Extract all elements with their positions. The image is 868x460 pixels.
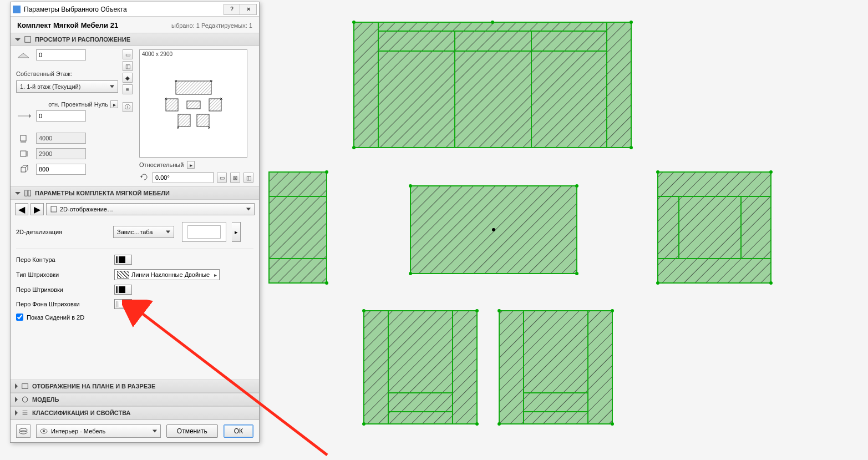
svg-point-25 bbox=[575, 272, 578, 275]
svg-rect-17 bbox=[269, 172, 327, 196]
page-dropdown[interactable]: 2D-отображение… bbox=[46, 203, 255, 215]
preview-mode-side[interactable]: ≡ bbox=[123, 84, 133, 94]
armchair-left bbox=[269, 170, 328, 285]
relative-flyout[interactable]: ▸ bbox=[187, 161, 195, 169]
svg-line-70 bbox=[26, 170, 28, 172]
svg-rect-65 bbox=[21, 168, 26, 172]
svg-marker-78 bbox=[140, 176, 143, 178]
elevation-top-input[interactable] bbox=[36, 49, 86, 60]
chevron-down-icon bbox=[15, 192, 21, 195]
section-model-header[interactable]: МОДЕЛЬ bbox=[11, 393, 259, 406]
svg-rect-10 bbox=[531, 51, 607, 148]
svg-point-90 bbox=[43, 430, 45, 432]
preview-mode-axon[interactable]: ◫ bbox=[123, 61, 133, 71]
hatch-pen-picker[interactable] bbox=[114, 285, 132, 295]
svg-point-26 bbox=[492, 228, 495, 231]
svg-rect-51 bbox=[524, 412, 588, 424]
object-preview[interactable]: 4000 x 2900 bbox=[139, 49, 247, 158]
section-preview-header[interactable]: ПРОСМОТР И РАСПОЛОЖЕНИЕ bbox=[11, 33, 259, 46]
svg-point-19 bbox=[325, 170, 328, 174]
svg-line-66 bbox=[21, 165, 23, 168]
svg-rect-61 bbox=[21, 135, 26, 141]
chevron-right-icon bbox=[15, 397, 18, 402]
angle-input[interactable] bbox=[153, 172, 214, 183]
svg-rect-28 bbox=[658, 172, 771, 196]
mirror-y-button[interactable]: ◫ bbox=[243, 173, 253, 183]
dim-y-input[interactable] bbox=[36, 148, 86, 159]
dim-x-icon bbox=[16, 133, 33, 144]
svg-point-35 bbox=[656, 281, 659, 285]
chevron-right-icon bbox=[15, 383, 18, 389]
svg-rect-32 bbox=[679, 196, 741, 259]
eye-icon bbox=[40, 428, 48, 434]
svg-point-88 bbox=[19, 431, 27, 434]
own-floor-dropdown[interactable]: 1. 1-й этаж (Текущий) bbox=[16, 80, 118, 93]
svg-point-23 bbox=[575, 184, 578, 188]
svg-rect-42 bbox=[388, 311, 453, 393]
page-prev-button[interactable]: ◀ bbox=[15, 203, 28, 215]
svg-point-20 bbox=[325, 281, 328, 285]
preview-mode-3d[interactable]: ◆ bbox=[123, 73, 133, 83]
svg-rect-3 bbox=[354, 22, 378, 148]
section-params-header[interactable]: ПАРАМЕТРЫ КОМПЛЕКТА МЯГКОЙ МЕБЕЛИ bbox=[11, 186, 259, 200]
plan-section-icon bbox=[21, 382, 29, 390]
armchair-right bbox=[656, 170, 773, 285]
project-zero-label: отн. Проектный Нуль bbox=[48, 101, 108, 108]
svg-rect-49 bbox=[588, 311, 612, 424]
svg-point-11 bbox=[352, 21, 356, 24]
svg-rect-48 bbox=[499, 311, 524, 424]
detail-dropdown[interactable]: Завис…таба bbox=[113, 226, 174, 238]
preview-dimensions-label: 4000 x 2900 bbox=[142, 51, 172, 57]
section-classification-header[interactable]: КЛАССИФИКАЦИЯ И СВОЙСТВА bbox=[11, 406, 259, 419]
window-help-button[interactable]: ? bbox=[224, 4, 240, 15]
mirror-x-off-button[interactable]: ⊠ bbox=[230, 173, 240, 183]
layer-dropdown[interactable]: Интерьер - Мебель bbox=[36, 424, 161, 438]
svg-rect-9 bbox=[455, 51, 531, 148]
project-zero-flyout[interactable]: ▸ bbox=[110, 100, 118, 108]
section-model-title: МОДЕЛЬ bbox=[32, 396, 59, 403]
dim-x-input[interactable] bbox=[36, 133, 86, 144]
detail-preview-next[interactable]: ▸ bbox=[232, 222, 241, 242]
hatch-type-picker[interactable]: Линии Наклонные Двойные bbox=[114, 269, 220, 280]
window-close-button[interactable]: ✕ bbox=[240, 4, 257, 15]
titlebar[interactable]: Параметры Выбранного Объекта ? ✕ bbox=[11, 2, 259, 17]
svg-rect-40 bbox=[388, 393, 453, 412]
svg-rect-7 bbox=[531, 31, 607, 51]
mirror-x-button[interactable]: ▭ bbox=[217, 173, 227, 183]
armchair-bottom-right bbox=[498, 309, 614, 426]
svg-rect-41 bbox=[388, 412, 453, 424]
section-classification-title: КЛАССИФИКАЦИЯ И СВОЙСТВА bbox=[32, 410, 131, 416]
contour-pen-picker[interactable] bbox=[114, 255, 132, 265]
page-next-button[interactable]: ▶ bbox=[31, 203, 44, 215]
svg-point-46 bbox=[475, 422, 479, 426]
svg-rect-52 bbox=[524, 311, 588, 393]
show-seats-checkbox[interactable] bbox=[16, 314, 23, 321]
svg-marker-58 bbox=[18, 53, 29, 58]
preview-mode-info[interactable]: ⓘ bbox=[123, 102, 133, 112]
sofa-top bbox=[352, 21, 633, 149]
model-section-icon bbox=[21, 396, 29, 403]
svg-line-67 bbox=[26, 165, 28, 168]
rotate-icon bbox=[139, 172, 149, 183]
svg-point-53 bbox=[498, 309, 501, 312]
project-zero-input[interactable] bbox=[36, 110, 86, 122]
svg-point-33 bbox=[656, 170, 659, 174]
dim-y-icon bbox=[16, 148, 33, 159]
preview-mode-2d[interactable]: ▭ bbox=[123, 49, 133, 59]
section-plan-header[interactable]: ОТОБРАЖЕНИЕ НА ПЛАНЕ И В РАЗРЕЗЕ bbox=[11, 380, 259, 393]
svg-point-34 bbox=[769, 170, 773, 174]
ok-button[interactable]: ОК bbox=[224, 424, 253, 438]
dim-z-input[interactable] bbox=[36, 164, 86, 175]
detail-preview[interactable] bbox=[182, 222, 226, 242]
hatch-type-label: Тип Штриховки bbox=[16, 271, 108, 278]
app-icon bbox=[13, 6, 21, 13]
cancel-button[interactable]: Отменить bbox=[166, 424, 218, 438]
svg-rect-57 bbox=[25, 37, 31, 43]
svg-point-13 bbox=[352, 146, 356, 149]
layer-icon[interactable] bbox=[16, 424, 31, 438]
svg-point-56 bbox=[611, 422, 614, 426]
svg-point-14 bbox=[630, 146, 633, 149]
hatch-bg-pen-picker[interactable] bbox=[114, 299, 132, 309]
svg-rect-63 bbox=[21, 151, 26, 156]
project-zero-icon bbox=[16, 110, 33, 122]
